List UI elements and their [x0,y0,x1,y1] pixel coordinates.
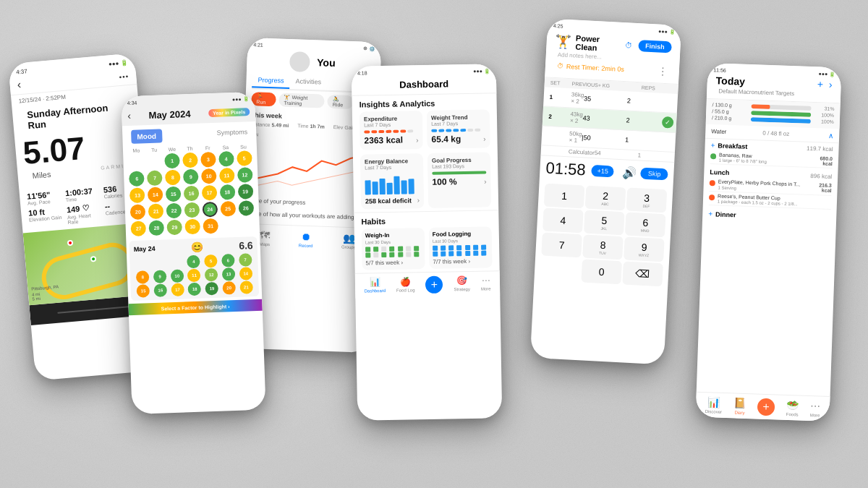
p3-chip-run[interactable]: 🏃 Run [251,92,276,106]
p6-lunch-section: Lunch 896 kcal EveryPlate, Herby Pork Ch… [703,166,838,212]
p4-nav-food-log[interactable]: 🍎 Food Log [396,276,415,294]
p5-workout-title: Power Clean [575,34,621,53]
p5-speaker-icon: 🔊 [621,166,637,180]
p4-goal-value-row: 100 % › [432,176,486,187]
p2-mood-title: Mood [131,129,162,143]
p2-may24-header: May 24 😊 6.6 [133,239,252,255]
p5-num-5[interactable]: 5 JKL [584,210,625,236]
p5-skip-btn[interactable]: Skip [640,168,668,181]
p2-symptoms-title: Symptoms [213,128,252,138]
p3-icons-right: ⊕ ⚙️ [363,46,375,52]
p4-metric-energy-balance: Energy Balance Last 7 Days 258 kcal defi… [360,153,424,210]
p4-nav-strategy[interactable]: 🎯 Strategy [454,275,470,293]
p5-num-4[interactable]: 4 [542,208,584,234]
p6-dinner-header: + Dinner [708,210,830,222]
p2-footer-bar[interactable]: Select a Factor to Highlight › [128,299,262,315]
p6-banana-kcal: 680.0kcal [820,155,833,166]
p2-may24-mini-calendar: 4 5 6 7 8 9 10 11 12 13 14 15 16 17 18 1… [134,253,255,298]
p1-back-btn[interactable] [17,78,22,91]
p3-tab-progress[interactable]: Progress [252,73,290,89]
p6-time: 11:56 [713,67,726,74]
p6-breakfast-add-icon[interactable]: + [710,141,715,149]
p3-line-chart [248,129,366,197]
p4-habits-grid: Weigh-In Last 30 Days [362,226,493,270]
p6-today-title: Today [715,74,745,87]
p5-num-2[interactable]: 2 ABC [585,186,626,211]
p6-bottom-nav: 📊 Discover 📔 Diary + 🥗 Foods ⋯ More [696,392,830,421]
p6-signal: ●●● 🔋 [818,71,835,77]
p3-time-stat: Time 1h 7m [297,123,325,129]
p1-time: 4:37 [16,68,27,75]
p4-insights-section: Insights & Analytics Expenditure Last 7 … [352,93,498,213]
p6-breakfast-section: + Breakfast 119.7 kcal Bananas, Raw 1 la… [705,139,839,171]
p2-week-5: 27 28 29 30 31 [129,217,255,236]
p4-weight-value-row: 65.4 kg › [431,134,485,145]
p2-nav: ‹ May 2024 Year in Pixels [127,104,250,123]
p6-nav-discover[interactable]: 📊 Discover [705,396,723,414]
p4-signal: ●●● 🔋 [473,68,490,74]
p6-food-dot-green [710,153,716,159]
phone-dashboard: 4:18 ●●● 🔋 Dashboard Insights & Analytic… [352,64,503,420]
p4-habit-weighin: Weigh-In Last 30 Days [362,228,425,270]
phone-workout: 4:25 ●●● 🔋 🏋️ Power Clean ⏱ Finish Add n… [530,18,681,364]
p3-distance-stat: Distance 5.49 mi [250,121,289,128]
p5-finish-btn[interactable]: Finish [638,40,672,53]
p5-exercise-icon: 🏋️ [555,33,571,50]
p3-nav-record[interactable]: ⏺ Record [299,230,313,248]
p3-tab-activities[interactable]: Activities [289,74,327,90]
p4-bottom-nav: 📊 Dashboard 🍎 Food Log + 🎯 Strategy ⋯ Mo… [355,270,501,298]
p6-plus-icon[interactable]: + [817,78,824,90]
p5-backspace-btn[interactable]: ⌫ [622,261,663,286]
p5-num-3[interactable]: 3 DEF [626,188,668,213]
p1-stat-hr: 149 ♡ Avg. Heart Rate [67,202,103,225]
p3-time: 4:21 [253,42,263,48]
p5-signal: ●●● 🔋 [658,28,676,35]
p3-chip-ride[interactable]: 🚴 Ride [328,95,354,109]
p4-nav-more[interactable]: ⋯ More [481,275,491,292]
p5-numpad: 1 2 ABC 3 DEF 4 5 JKL 6 MNO 7 8 TUV 9 [534,180,673,289]
p2-time: 4:34 [127,100,137,106]
p4-insights-title: Insights & Analytics [359,98,490,108]
p2-footer-text: Select a Factor to Highlight › [161,304,230,311]
p2-month: May 2024 [148,108,190,121]
p6-nav-more[interactable]: ⋯ More [810,400,821,417]
p2-back-btn[interactable]: ‹ [127,110,131,121]
p6-water-expand-icon[interactable]: ∧ [828,132,833,140]
p3-nav-maps[interactable]: 🗺 Maps [259,228,271,246]
p5-timer-icon: ⏱ [625,41,633,50]
p3-page-title: You [314,53,339,72]
p5-num-8[interactable]: 8 TUV [582,234,624,260]
p5-more-icon[interactable]: ⋮ [657,66,668,78]
p1-stat-pace: 11'56" Avg. Pace [27,189,63,206]
p1-map-start-dot [67,240,74,247]
p6-chevron-icon[interactable]: › [829,79,833,90]
p5-num-0[interactable]: 0 [581,259,622,284]
p6-nav-diary[interactable]: 📔 Diary [733,397,746,415]
p4-habits-section: Habits Weigh-In Last 30 Days [354,210,499,273]
p6-nav-add[interactable]: + [757,398,775,416]
p5-num-1[interactable]: 1 [544,184,585,209]
p4-metric-expenditure: Expenditure Last 7 Days 2363 kcal › [359,111,423,150]
p5-num-6[interactable]: 6 MNO [625,213,666,238]
p3-chip-weight[interactable]: 🏋️ Weight Training [278,93,325,108]
p4-nav-dashboard[interactable]: 📊 Dashboard [364,277,386,295]
p4-add-icon: + [425,276,443,294]
p4-habits-title: Habits [361,215,491,226]
p4-energy-value-row: 258 kcal deficit › [365,196,420,205]
p6-food-dot-orange [710,180,715,186]
p6-nav-foods[interactable]: 🥗 Foods [786,399,799,417]
p2-may24-label: May 24 [134,245,156,253]
p5-num-9[interactable]: 9 WXYZ [624,236,665,262]
p2-yearinpixels-badge[interactable]: Year in Pixels [208,108,250,117]
p2-signal: ●●● 🔋 [232,96,250,103]
p5-num-7[interactable]: 7 [541,232,582,257]
p4-food-logging-dots [433,245,488,257]
p5-plus15-btn[interactable]: +15 [591,165,614,178]
p4-nav-add[interactable]: + [425,276,443,294]
p6-everyplate-kcal: 216.3kcal [819,183,832,194]
p1-more-btn[interactable] [119,69,129,82]
p2-score: 6.6 [239,239,253,252]
p6-dinner-add-icon[interactable]: + [708,210,712,218]
p1-signal: ●●● 🔋 [109,59,128,67]
p5-check-icon: ✓ [662,116,674,129]
